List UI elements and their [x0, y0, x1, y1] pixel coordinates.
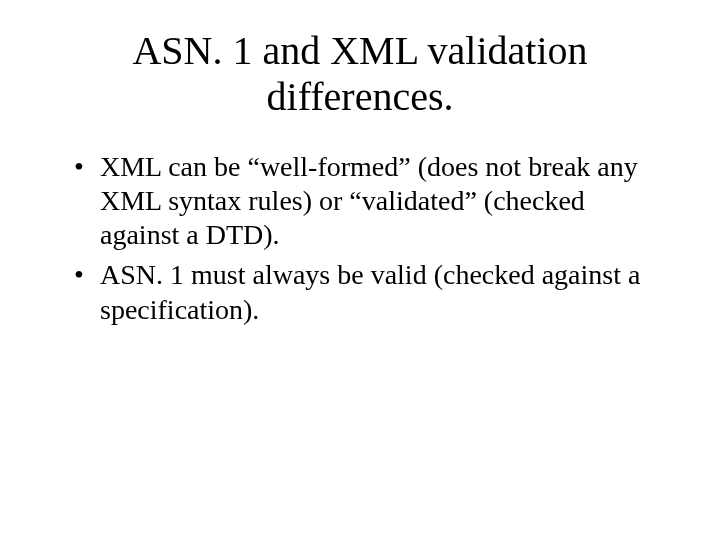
- bullet-text: ASN. 1 must always be valid (checked aga…: [100, 259, 640, 324]
- slide: ASN. 1 and XML validation differences. X…: [0, 0, 720, 540]
- list-item: XML can be “well-formed” (does not break…: [70, 150, 660, 252]
- slide-title: ASN. 1 and XML validation differences.: [60, 28, 660, 120]
- bullet-text: XML can be “well-formed” (does not break…: [100, 151, 638, 250]
- list-item: ASN. 1 must always be valid (checked aga…: [70, 258, 660, 326]
- bullet-list: XML can be “well-formed” (does not break…: [60, 150, 660, 327]
